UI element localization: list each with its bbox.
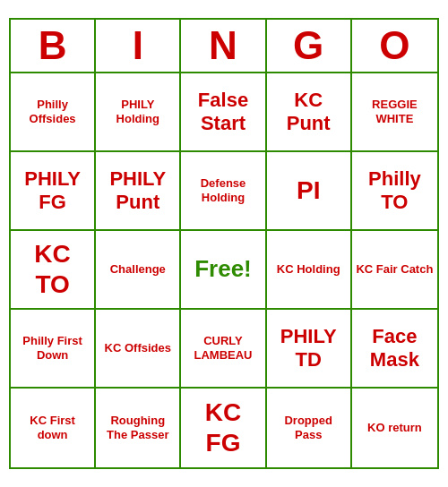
bingo-header: B I N G O	[11, 20, 437, 73]
bingo-cell: Dropped Pass	[267, 389, 352, 467]
bingo-cell: Challenge	[96, 231, 181, 310]
bingo-card: B I N G O Philly OffsidesPHILY HoldingFa…	[9, 18, 439, 469]
bingo-cell: KC FG	[181, 389, 266, 467]
header-i: I	[96, 20, 181, 73]
header-n: N	[181, 20, 266, 73]
bingo-cell: KC TO	[11, 231, 96, 310]
bingo-cell: REGGIE WHITE	[352, 73, 437, 152]
header-g: G	[267, 20, 352, 73]
header-b: B	[11, 20, 96, 73]
bingo-grid: Philly OffsidesPHILY HoldingFalse StartK…	[11, 73, 437, 467]
bingo-cell: False Start	[181, 73, 266, 152]
bingo-cell: Defense Holding	[181, 152, 266, 231]
bingo-cell: KC Offsides	[96, 310, 181, 389]
bingo-cell: PHILY FG	[11, 152, 96, 231]
bingo-cell: PHILY Punt	[96, 152, 181, 231]
bingo-cell: Philly First Down	[11, 310, 96, 389]
bingo-cell: CURLY LAMBEAU	[181, 310, 266, 389]
header-o: O	[352, 20, 437, 73]
bingo-cell: Roughing The Passer	[96, 389, 181, 467]
bingo-cell: KC Punt	[267, 73, 352, 152]
bingo-cell: PI	[267, 152, 352, 231]
bingo-cell: KC Fair Catch	[352, 231, 437, 310]
bingo-cell: Philly TO	[352, 152, 437, 231]
bingo-cell: KO return	[352, 389, 437, 467]
bingo-cell: Face Mask	[352, 310, 437, 389]
bingo-cell: KC Holding	[267, 231, 352, 310]
bingo-cell: PHILY Holding	[96, 73, 181, 152]
bingo-cell: PHILY TD	[267, 310, 352, 389]
bingo-cell: KC First down	[11, 389, 96, 467]
bingo-cell: Free!	[181, 231, 266, 310]
bingo-cell: Philly Offsides	[11, 73, 96, 152]
